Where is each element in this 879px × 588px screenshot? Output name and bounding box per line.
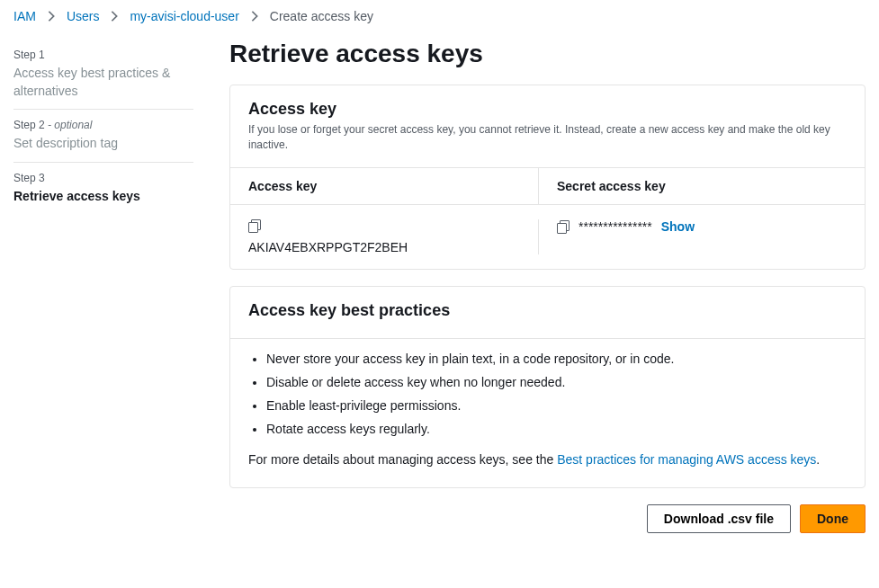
wizard-step-title: Access key best practices & alternatives (13, 65, 193, 100)
download-csv-button[interactable]: Download .csv file (647, 504, 791, 533)
list-item: Disable or delete access key when no lon… (266, 375, 847, 389)
wizard-step-title: Retrieve access keys (13, 188, 193, 206)
chevron-right-icon (248, 10, 261, 22)
list-item: Never store your access key in plain tex… (266, 352, 847, 366)
done-button[interactable]: Done (800, 504, 866, 533)
best-practices-list: Never store your access key in plain tex… (248, 352, 847, 436)
key-table-header: Access key Secret access key (230, 168, 865, 205)
wizard-step-3[interactable]: Step 3 Retrieve access keys (13, 162, 193, 215)
panel-access-key: Access key If you lose or forget your se… (229, 85, 866, 270)
chevron-right-icon (45, 10, 58, 22)
breadcrumb-link-user[interactable]: my-avisi-cloud-user (130, 9, 238, 23)
list-item: Enable least-privilege permissions. (266, 398, 847, 413)
secret-key-masked: *************** (579, 219, 652, 234)
breadcrumb-link-users[interactable]: Users (67, 9, 100, 23)
chevron-right-icon (108, 10, 121, 22)
wizard-step-title: Set description tag (13, 135, 193, 153)
column-header-secret-key: Secret access key (538, 168, 847, 204)
wizard-step-1[interactable]: Step 1 Access key best practices & alter… (13, 43, 193, 109)
breadcrumb: IAM Users my-avisi-cloud-user Create acc… (0, 0, 879, 40)
action-bar: Download .csv file Done (229, 504, 866, 548)
list-item: Rotate access keys regularly. (266, 422, 847, 436)
more-info-text: For more details about managing access k… (248, 450, 847, 469)
breadcrumb-current: Create access key (270, 9, 373, 23)
column-header-access-key: Access key (248, 168, 538, 204)
copy-icon[interactable] (557, 220, 570, 233)
copy-icon[interactable] (248, 219, 261, 232)
panel-title: Access key best practices (248, 301, 847, 320)
best-practices-link[interactable]: Best practices for managing AWS access k… (557, 452, 816, 467)
access-key-value: AKIAV4EBXRPPGT2F2BEH (248, 240, 538, 254)
panel-best-practices: Access key best practices Never store yo… (229, 286, 866, 488)
panel-title: Access key (248, 100, 847, 119)
wizard-step-2[interactable]: Step 2 - optional Set description tag (13, 109, 193, 162)
main-content: Retrieve access keys Access key If you l… (229, 40, 866, 548)
panel-description: If you lose or forget your secret access… (248, 122, 847, 153)
wizard-steps: Step 1 Access key best practices & alter… (13, 40, 193, 214)
breadcrumb-link-iam[interactable]: IAM (13, 9, 36, 23)
show-secret-button[interactable]: Show (661, 219, 695, 234)
page-title: Retrieve access keys (229, 40, 866, 68)
